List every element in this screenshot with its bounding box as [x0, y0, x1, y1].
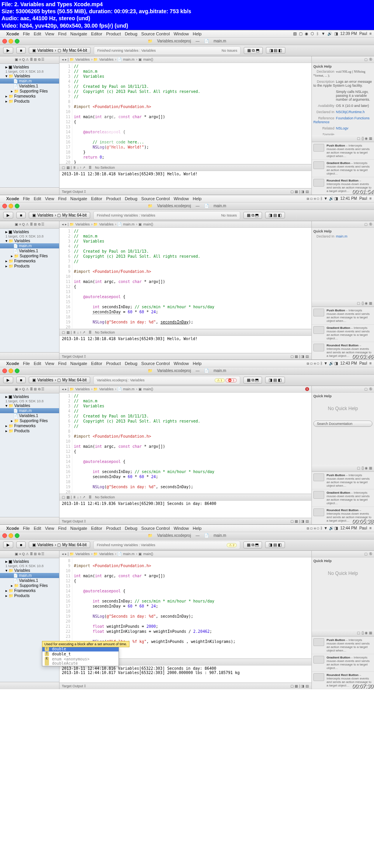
- debug-console[interactable]: 2013-10-11 12:38:18.418 Variables[65249:…: [59, 171, 311, 188]
- clock[interactable]: 12:39 PM: [340, 31, 357, 36]
- run-button[interactable]: ▶: [3, 377, 13, 383]
- autocomplete-tooltip: Used for executing a block after a set a…: [42, 641, 129, 647]
- bluetooth-icon[interactable]: ᛒ: [316, 31, 319, 36]
- autocomplete-item[interactable]: Kenum <anonymous> doubleAcute: [42, 657, 119, 666]
- menu-find[interactable]: Find: [58, 31, 66, 36]
- autocomplete-popup[interactable]: Tdouble Tdouble_t Kenum <anonymous> doub…: [42, 646, 119, 666]
- quick-help-title: Quick Help: [313, 65, 332, 68]
- menu-editor[interactable]: Editor: [91, 31, 102, 36]
- utilities-panel: ▢ ⦿ Quick Help Declarationvoid NSLog ( N…: [311, 56, 374, 195]
- stop-button[interactable]: ■: [16, 212, 26, 218]
- editor-mode-buttons[interactable]: ▦ ⧉ ⬒: [244, 47, 263, 54]
- screenflow-icon[interactable]: ▧: [293, 31, 297, 36]
- source-editor[interactable]: 1 2 3 4 5 6 7 8 9 10 11 12 13 14 15 16 1…: [59, 63, 311, 164]
- source-editor[interactable]: 1 2 3 4 5 6 7 8 9 10 11 12 13 14 15 16 1…: [59, 393, 311, 494]
- dropbox-icon[interactable]: ⬡: [311, 31, 314, 36]
- jump-bar[interactable]: ◂ ▸ | 📁 Variables › 📁 Variables › 📄 main…: [59, 56, 311, 63]
- zoom-icon[interactable]: [15, 204, 19, 208]
- view-toggle-buttons[interactable]: ◨ ▤ ◧: [266, 47, 286, 54]
- volume-icon[interactable]: 🔊: [327, 31, 332, 36]
- no-quick-help: No Quick Help: [313, 563, 372, 584]
- menu-source-control[interactable]: Source Control: [141, 31, 170, 36]
- frame-1: Xcode File Edit View Find Navigate Edito…: [0, 30, 374, 195]
- activity-viewer: Finished running Variables : Variables N…: [94, 46, 241, 55]
- debug-toolbar[interactable]: ▢ ▦ | ⏸ ↓ ↑ ↗≣No Selection: [59, 164, 311, 171]
- run-button[interactable]: ▶: [3, 212, 13, 218]
- file-main-m[interactable]: 📄 main.m: [0, 79, 59, 84]
- menu-debug[interactable]: Debug: [125, 31, 137, 36]
- menubar[interactable]: Xcode File Edit View Find Navigate Edito…: [0, 30, 374, 38]
- file-line: File: 2. Variables and Types Xcode.mp4: [2, 1, 372, 8]
- notification-icon[interactable]: ≡: [369, 31, 372, 36]
- navigator-filter[interactable]: [0, 187, 59, 195]
- editor-bottom-bar: Target Output ‡▢ ▦ | ◨ ▤: [59, 188, 311, 195]
- stop-button[interactable]: ■: [16, 47, 26, 54]
- camera-icon[interactable]: ◉: [305, 31, 308, 36]
- stop-button[interactable]: ■: [16, 377, 26, 383]
- battery-icon[interactable]: ◨: [334, 31, 338, 36]
- menu-help[interactable]: Help: [193, 31, 202, 36]
- source-editor[interactable]: 1 2 3 4 5 6 7 8 9 10 11 12 13 14 15 16 1…: [59, 228, 311, 329]
- debug-console[interactable]: 2013-10-11 12:41:19.836 Variables[65290:…: [59, 500, 311, 518]
- menu-xcode[interactable]: Xcode: [6, 31, 19, 36]
- audio-line: Audio: aac, 44100 Hz, stereo (und): [2, 15, 372, 22]
- navigator-panel: ▣ ≡ Q ⚠ ≣ ⊞ ⧉ ☰ ▸ ▣ Variables 1 target, …: [0, 56, 59, 195]
- library-tabs[interactable]: ▢ {} ◉ ▦: [312, 135, 374, 142]
- scheme-selector[interactable]: ▣Variables›▢My Mac 64-bit: [29, 47, 91, 54]
- frame-4: Xcode FileEditViewFindNavigateEditorProd…: [0, 524, 374, 689]
- minimize-icon[interactable]: [9, 204, 13, 208]
- close-icon[interactable]: [2, 204, 7, 208]
- inspector-tabs[interactable]: ▢ ⦿: [312, 56, 374, 63]
- debug-console[interactable]: 2013-10-11 12:38:18.418 Variables[65249:…: [59, 335, 311, 353]
- menu-view[interactable]: View: [45, 31, 54, 36]
- console-toggle-icon[interactable]: ▢ ▦ | ◨ ▤: [290, 190, 309, 194]
- media-info-header: File: 2. Variables and Types Xcode.mp4 S…: [0, 0, 374, 30]
- stop-button[interactable]: ■: [16, 541, 26, 548]
- file-title: main.m: [213, 39, 226, 43]
- menu-navigate[interactable]: Navigate: [70, 31, 87, 36]
- close-icon[interactable]: [2, 39, 7, 44]
- wifi-icon[interactable]: ▼: [321, 31, 325, 36]
- navigator-tabs[interactable]: ▣ ≡ Q ⚠ ≣ ⊞ ⧉ ☰: [0, 56, 59, 64]
- minimize-icon[interactable]: [9, 39, 13, 44]
- project-navigator[interactable]: ▸ ▣ Variables 1 target, OS X SDK 10.8 ▾ …: [0, 64, 59, 187]
- target-output[interactable]: Target Output ‡: [62, 190, 86, 194]
- video-line: Video: h264, yuv420p, 960x540, 30.00 fps…: [2, 22, 372, 29]
- zoom-icon[interactable]: [15, 39, 19, 44]
- menu-file[interactable]: File: [23, 31, 30, 36]
- frame-2: Xcode FileEditViewFindNavigateEditorProd…: [0, 195, 374, 360]
- line-gutter: 1 2 3 4 5 6 7 8 9 10 11 12 13 14 15 16 1…: [59, 63, 72, 164]
- clock: 12:43 PM: [340, 361, 357, 365]
- frame-3: Xcode FileEditViewFindNavigateEditorProd…: [0, 360, 374, 524]
- scheme-selector[interactable]: ▣ Variables › ▢ My Mac 64-bit: [29, 212, 90, 218]
- user-menu[interactable]: Paul: [359, 31, 367, 36]
- menu-edit[interactable]: Edit: [34, 31, 41, 36]
- search-documentation-button[interactable]: Search Documentation: [313, 421, 372, 427]
- debug-console[interactable]: 2013-10-11 12:44:10.816 Variables[65322:…: [59, 665, 311, 683]
- quick-help: Quick Help Declarationvoid NSLog ( NSStr…: [312, 63, 374, 135]
- menu-product[interactable]: Product: [106, 31, 121, 36]
- project-title: Variables.xcodeproj: [157, 39, 191, 43]
- toolbar: ▶ ■ ▣Variables›▢My Mac 64-bit Finished r…: [0, 45, 374, 56]
- menubar[interactable]: Xcode FileEditViewFindNavigateEditorProd…: [0, 195, 374, 203]
- clock: 12:44 PM: [340, 526, 357, 530]
- display-icon[interactable]: ▢: [299, 31, 302, 36]
- editor-area: ◂ ▸ | 📁 Variables › 📁 Variables › 📄 main…: [59, 56, 311, 195]
- size-line: Size: 53006265 bytes (50.55 MiB), durati…: [2, 8, 372, 15]
- autocomplete-item[interactable]: Tdouble_t: [42, 651, 119, 657]
- status-message: Finished running Variables : Variables: [97, 49, 156, 52]
- menu-window[interactable]: Window: [174, 31, 189, 36]
- no-quick-help: No Quick Help: [313, 398, 372, 419]
- run-button[interactable]: ▶: [3, 47, 13, 54]
- clock[interactable]: 12:41 PM: [340, 196, 357, 201]
- error-indicator[interactable]: 1: [305, 387, 309, 391]
- window-titlebar: 📁Variables.xcodeproj—📄main.m: [0, 38, 374, 45]
- status-issues: No Issues: [222, 49, 237, 52]
- run-button[interactable]: ▶: [3, 541, 13, 548]
- object-library[interactable]: Push Button – Intercepts mouse-down even…: [312, 142, 374, 195]
